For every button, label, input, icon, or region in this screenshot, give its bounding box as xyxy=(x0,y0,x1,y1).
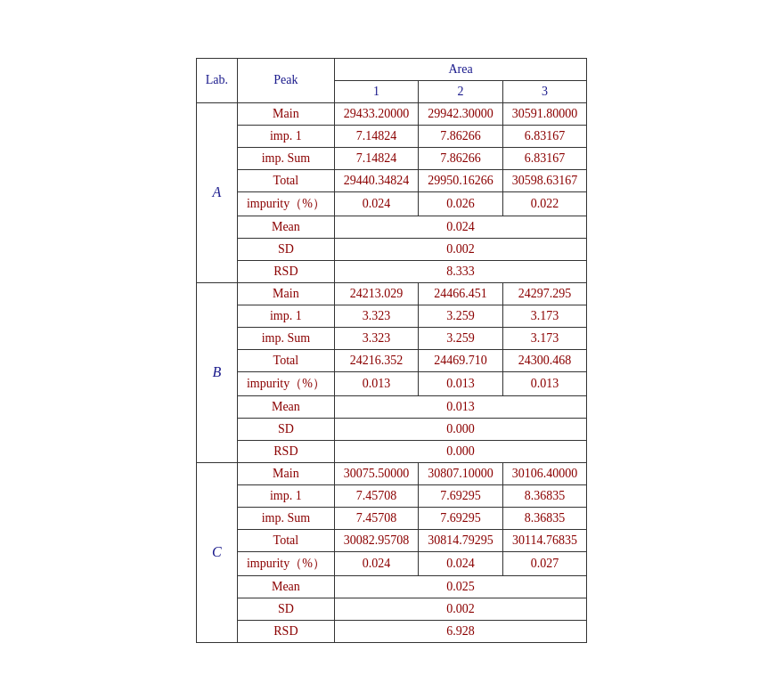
peak-cell: imp. 1 xyxy=(237,484,334,507)
stat-value-cell: 0.000 xyxy=(334,418,587,440)
table-row: BMain24213.02924466.45124297.295 xyxy=(196,282,587,305)
peak-cell: Main xyxy=(237,102,334,125)
value-cell: 29942.30000 xyxy=(419,102,503,125)
table-row: imp. Sum7.148247.862666.83167 xyxy=(196,147,587,169)
stat-row: Mean0.013 xyxy=(196,395,587,418)
value-cell: 0.013 xyxy=(334,371,419,395)
value-cell: 7.14824 xyxy=(334,147,419,169)
peak-cell: Main xyxy=(237,462,334,484)
value-cell: 0.022 xyxy=(502,191,587,216)
stat-row: SD0.000 xyxy=(196,418,587,440)
peak-cell: imp. 1 xyxy=(237,125,334,147)
peak-cell: Total xyxy=(237,349,334,371)
value-cell: 30814.79295 xyxy=(419,529,503,551)
table-row: CMain30075.5000030807.1000030106.40000 xyxy=(196,462,587,484)
stat-value-cell: 0.000 xyxy=(334,440,587,462)
value-cell: 7.69295 xyxy=(419,507,503,529)
value-cell: 0.024 xyxy=(334,551,419,575)
stat-label-cell: RSD xyxy=(237,260,334,282)
peak-header: Peak xyxy=(237,58,334,102)
area-header: Area xyxy=(334,58,587,80)
stat-row: Mean0.024 xyxy=(196,216,587,238)
value-cell: 7.69295 xyxy=(419,484,503,507)
stat-value-cell: 6.928 xyxy=(334,620,587,642)
stat-label-cell: Mean xyxy=(237,575,334,598)
value-cell: 7.45708 xyxy=(334,507,419,529)
value-cell: 30106.40000 xyxy=(502,462,587,484)
stat-row: RSD0.000 xyxy=(196,440,587,462)
value-cell: 8.36835 xyxy=(502,484,587,507)
value-cell: 0.013 xyxy=(502,371,587,395)
value-cell: 0.013 xyxy=(419,371,503,395)
value-cell: 29950.16266 xyxy=(419,169,503,191)
lab-cell-c: C xyxy=(196,462,237,642)
table-row: imp. 17.148247.862666.83167 xyxy=(196,125,587,147)
table-row: imp. Sum7.457087.692958.36835 xyxy=(196,507,587,529)
stat-label-cell: Mean xyxy=(237,216,334,238)
table-row: Total30082.9570830814.7929530114.76835 xyxy=(196,529,587,551)
value-cell: 3.259 xyxy=(419,327,503,349)
peak-cell: Total xyxy=(237,529,334,551)
stat-row: Mean0.025 xyxy=(196,575,587,598)
table-row: AMain29433.2000029942.3000030591.80000 xyxy=(196,102,587,125)
value-cell: 24216.352 xyxy=(334,349,419,371)
value-cell: 3.323 xyxy=(334,305,419,327)
stat-label-cell: RSD xyxy=(237,440,334,462)
table-row: imp. 13.3233.2593.173 xyxy=(196,305,587,327)
value-cell: 3.323 xyxy=(334,327,419,349)
stat-row: RSD6.928 xyxy=(196,620,587,642)
lab-cell-a: A xyxy=(196,102,237,282)
value-cell: 24297.295 xyxy=(502,282,587,305)
value-cell: 0.024 xyxy=(419,551,503,575)
table-wrapper: Lab. Peak Area 1 2 3 AMain29433.20000299… xyxy=(178,40,606,661)
stat-label-cell: Mean xyxy=(237,395,334,418)
value-cell: 0.026 xyxy=(419,191,503,216)
value-cell: 0.024 xyxy=(334,191,419,216)
value-cell: 30114.76835 xyxy=(502,529,587,551)
value-cell: 6.83167 xyxy=(502,125,587,147)
value-cell: 24469.710 xyxy=(419,349,503,371)
value-cell: 7.86266 xyxy=(419,125,503,147)
value-cell: 24213.029 xyxy=(334,282,419,305)
value-cell: 29440.34824 xyxy=(334,169,419,191)
peak-cell: imp. Sum xyxy=(237,507,334,529)
value-cell: 3.259 xyxy=(419,305,503,327)
table-row: impurity（%）0.0240.0240.027 xyxy=(196,551,587,575)
value-cell: 8.36835 xyxy=(502,507,587,529)
stat-value-cell: 8.333 xyxy=(334,260,587,282)
table-row: impurity（%）0.0130.0130.013 xyxy=(196,371,587,395)
stat-label-cell: SD xyxy=(237,418,334,440)
table-row: imp. Sum3.3233.2593.173 xyxy=(196,327,587,349)
stat-label-cell: SD xyxy=(237,598,334,620)
value-cell: 7.14824 xyxy=(334,125,419,147)
area-col-1: 1 xyxy=(334,80,419,102)
value-cell: 24300.468 xyxy=(502,349,587,371)
value-cell: 30082.95708 xyxy=(334,529,419,551)
value-cell: 3.173 xyxy=(502,327,587,349)
stat-row: RSD8.333 xyxy=(196,260,587,282)
stat-row: SD0.002 xyxy=(196,598,587,620)
value-cell: 30598.63167 xyxy=(502,169,587,191)
value-cell: 7.86266 xyxy=(419,147,503,169)
lab-header: Lab. xyxy=(196,58,237,102)
peak-cell: Total xyxy=(237,169,334,191)
value-cell: 30075.50000 xyxy=(334,462,419,484)
value-cell: 7.45708 xyxy=(334,484,419,507)
value-cell: 0.027 xyxy=(502,551,587,575)
peak-cell: Main xyxy=(237,282,334,305)
value-cell: 3.173 xyxy=(502,305,587,327)
stat-value-cell: 0.013 xyxy=(334,395,587,418)
peak-cell: impurity（%） xyxy=(237,551,334,575)
value-cell: 30807.10000 xyxy=(419,462,503,484)
stat-label-cell: SD xyxy=(237,238,334,260)
table-row: Total29440.3482429950.1626630598.63167 xyxy=(196,169,587,191)
value-cell: 6.83167 xyxy=(502,147,587,169)
peak-cell: impurity（%） xyxy=(237,191,334,216)
peak-cell: imp. 1 xyxy=(237,305,334,327)
peak-cell: impurity（%） xyxy=(237,371,334,395)
stat-value-cell: 0.025 xyxy=(334,575,587,598)
stat-value-cell: 0.024 xyxy=(334,216,587,238)
stat-value-cell: 0.002 xyxy=(334,238,587,260)
value-cell: 29433.20000 xyxy=(334,102,419,125)
value-cell: 30591.80000 xyxy=(502,102,587,125)
